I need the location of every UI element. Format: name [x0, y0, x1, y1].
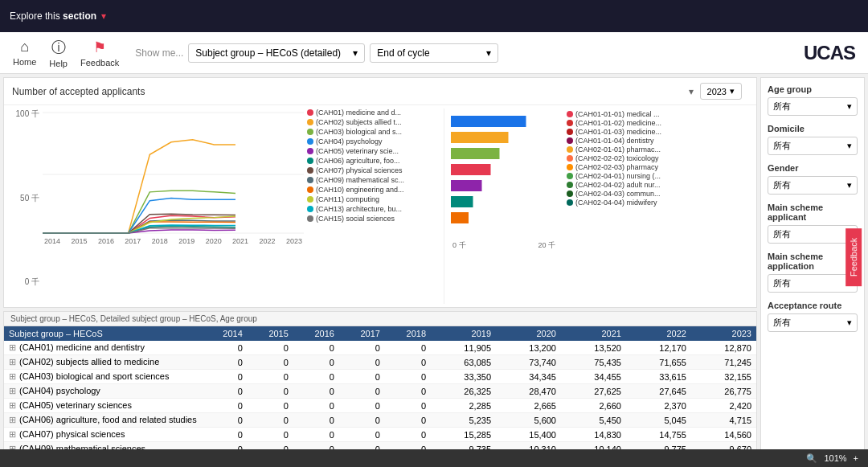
detailed-legend-item: (CAH02-04-04) midwifery — [567, 199, 750, 207]
zoom-in-button[interactable]: + — [854, 453, 858, 463]
detailed-legend: (CAH01-01-01) medical ...(CAH01-01-02) m… — [563, 109, 753, 304]
subject-group-dropdown[interactable]: Subject group – HECoS (detailed) ▾ — [188, 43, 365, 63]
detailed-legend-item: (CAH02-04-02) adult nur... — [567, 181, 750, 189]
table-cell: 2,370 — [626, 399, 691, 413]
gender-label: Gender — [768, 163, 858, 173]
row-expand-icon[interactable]: ⊞ — [9, 371, 16, 381]
year-chevron-icon: ▾ — [730, 86, 735, 96]
table-cell: 0 — [202, 370, 248, 384]
feedback-nav-item[interactable]: ⚑ Feedback — [80, 39, 119, 68]
x-axis-label: 2014 — [44, 237, 60, 245]
legend-label: (CAH10) engineering and... — [316, 186, 404, 194]
feedback-button[interactable]: Feedback — [845, 227, 862, 285]
legend-label: (CAH06) agriculture, foo... — [316, 157, 400, 165]
row-expand-icon[interactable]: ⊞ — [9, 400, 16, 410]
domicile-dropdown[interactable]: 所有 ▾ — [768, 137, 858, 155]
detailed-legend-item: (CAH02-04-03) commun... — [567, 190, 750, 198]
table-cell: 0 — [385, 370, 431, 384]
line-legend-item: (CAH03) biological and s... — [307, 128, 437, 136]
line-legend-item: (CAH07) physical sciences — [307, 166, 437, 174]
table-cell: 0 — [293, 355, 339, 370]
main-scheme-application-label: Main scheme application — [768, 252, 858, 271]
row-expand-icon[interactable]: ⊞ — [9, 429, 16, 439]
table-cell: 0 — [293, 428, 339, 442]
table-cell: 71,655 — [626, 355, 691, 370]
table-cell: 0 — [293, 370, 339, 384]
detail-legend-label: (CAH02-02-02) toxicology — [575, 154, 659, 162]
toolbar: ⌂ Home ⓘ Help ⚑ Feedback Show me... Subj… — [0, 32, 868, 74]
table-column-header: 2016 — [293, 326, 339, 341]
chart-expand-icon[interactable]: ▾ — [689, 86, 694, 97]
table-cell: 13,200 — [496, 341, 561, 355]
gender-value: 所有 — [773, 179, 791, 191]
legend-label: (CAH05) veterinary scie... — [316, 147, 399, 155]
svg-rect-6 — [451, 164, 491, 175]
table-cell: 4,715 — [691, 413, 756, 428]
table-cell: 33,615 — [626, 370, 691, 384]
age-group-label: Age group — [768, 84, 858, 94]
table-column-header: Subject group – HECoS — [4, 326, 202, 341]
table-cell: 71,245 — [691, 355, 756, 370]
detail-legend-dot — [567, 120, 573, 126]
bar-chart: 0 千20 千 — [448, 109, 560, 304]
age-group-filter: Age group 所有 ▾ — [768, 84, 858, 116]
legend-dot — [307, 196, 313, 203]
gender-dropdown[interactable]: 所有 ▾ — [768, 176, 858, 195]
home-nav-item[interactable]: ⌂ Home — [13, 39, 36, 67]
x-axis-label: 2022 — [260, 237, 276, 245]
main-scheme-application-dropdown[interactable]: 所有 ▾ — [768, 274, 858, 293]
data-table: Subject group – HECoS2014201520162017201… — [4, 326, 756, 463]
acceptance-route-label: Acceptance route — [768, 301, 858, 310]
detail-legend-dot — [567, 164, 573, 170]
table-cell: 11,905 — [431, 341, 496, 355]
legend-dot — [307, 129, 313, 135]
row-expand-icon[interactable]: ⊞ — [9, 357, 16, 367]
table-row: ⊞(CAH07) physical sciences0000015,28515,… — [4, 428, 756, 442]
x-axis-label: 2018 — [152, 237, 168, 245]
svg-rect-5 — [451, 148, 500, 159]
show-me-section: Show me... Subject group – HECoS (detail… — [135, 43, 788, 63]
table-row: ⊞(CAH02) subjects allied to medicine0000… — [4, 355, 756, 370]
acceptance-route-dropdown[interactable]: 所有 ▾ — [768, 313, 858, 332]
year-dropdown[interactable]: 2023 ▾ — [700, 83, 742, 100]
legend-dot — [307, 138, 313, 145]
row-expand-icon[interactable]: ⊞ — [9, 415, 16, 424]
age-group-dropdown[interactable]: 所有 ▾ — [768, 97, 858, 116]
detail-legend-dot — [567, 173, 573, 179]
legend-dot — [307, 119, 313, 125]
help-label: Help — [49, 59, 68, 68]
main-scheme-application-value: 所有 — [773, 277, 791, 289]
table-cell: 27,625 — [561, 384, 626, 399]
detail-legend-dot — [567, 199, 573, 206]
row-expand-icon[interactable]: ⊞ — [9, 386, 16, 395]
table-cell: 0 — [339, 355, 385, 370]
x-axis-label: 2021 — [232, 237, 248, 245]
domicile-filter: Domicile 所有 ▾ — [768, 124, 858, 155]
table-cell: 5,600 — [496, 413, 561, 428]
table-cell: 0 — [202, 413, 248, 428]
table-cell: 34,345 — [496, 370, 561, 384]
table-cell: 0 — [293, 413, 339, 428]
legend-label: (CAH13) architecture, bu... — [316, 205, 402, 213]
detail-legend-dot — [567, 111, 573, 117]
section-chevron-icon[interactable]: ▾ — [101, 10, 106, 22]
table-cell: 5,450 — [561, 413, 626, 428]
legend-label: (CAH04) psychology — [316, 137, 383, 145]
main-scheme-applicant-dropdown[interactable]: 所有 ▾ — [768, 225, 858, 244]
row-expand-icon[interactable]: ⊞ — [9, 342, 16, 352]
gender-filter: Gender 所有 ▾ — [768, 163, 858, 195]
table-cell: 0 — [385, 399, 431, 413]
line-chart-svg — [43, 109, 304, 237]
table-cell: 0 — [248, 370, 293, 384]
table-column-header: 2019 — [431, 326, 496, 341]
legend-dot — [307, 109, 313, 116]
help-nav-item[interactable]: ⓘ Help — [49, 38, 68, 68]
status-bar: 🔍 101% + — [0, 449, 868, 467]
x-axis-label: 2016 — [98, 237, 114, 245]
main-scheme-applicant-value: 所有 — [773, 228, 791, 240]
legend-dot — [307, 177, 313, 183]
table-cell: 2,420 — [691, 399, 756, 413]
table-cell: 0 — [248, 384, 293, 399]
end-of-cycle-dropdown[interactable]: End of cycle ▾ — [370, 43, 498, 63]
table-cell: 5,045 — [626, 413, 691, 428]
